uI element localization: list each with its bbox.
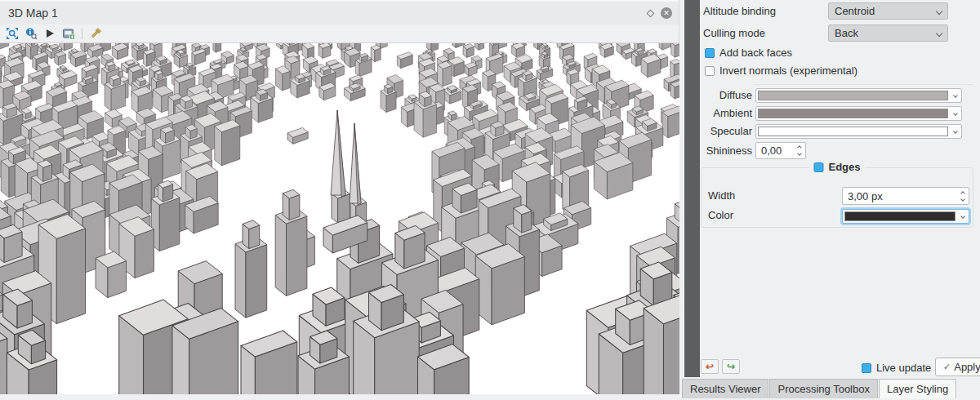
checkbox-icon[interactable] — [705, 48, 715, 58]
checkbox-icon[interactable] — [705, 66, 715, 76]
tab-layer-styling[interactable]: Layer Styling — [879, 379, 956, 398]
edges-color-swatch — [844, 211, 956, 221]
3d-map-title: 3D Map 1 — [8, 7, 58, 20]
identify-icon[interactable] — [23, 25, 39, 42]
tab-results-viewer[interactable]: Results Viewer — [682, 379, 768, 398]
zoom-full-icon[interactable] — [4, 25, 20, 42]
apply-button[interactable]: ✓ Apply — [935, 358, 980, 376]
save-as-image-icon[interactable] — [60, 25, 77, 42]
toolbar-separator — [82, 28, 82, 39]
chevron-down-icon — [953, 111, 958, 116]
configure-wrench-icon[interactable] — [87, 25, 104, 42]
edges-title-label: Edges — [828, 161, 860, 173]
layer-styling-panel: Altitude binding Centroid Culling mode B… — [700, 0, 980, 377]
invert-normals-label: Invert normals (experimental) — [719, 64, 858, 77]
spinner-arrows-icon[interactable] — [798, 143, 801, 158]
edges-color-label: Color — [708, 208, 733, 223]
3d-map-viewport[interactable] — [0, 42, 679, 394]
float-panel-icon[interactable] — [647, 9, 655, 17]
bottom-dock-tabs: Results Viewer Processing Toolbox Layer … — [682, 379, 956, 398]
apply-label: Apply — [954, 361, 980, 373]
qgis-window: 3D Map 1 ✕ — [0, 0, 980, 400]
diffuse-color-swatch — [758, 91, 948, 100]
redo-button[interactable]: ↪ — [722, 359, 740, 374]
close-panel-icon[interactable]: ✕ — [661, 7, 672, 19]
diffuse-label: Diffuse — [700, 88, 752, 103]
chevron-down-icon — [936, 8, 942, 15]
specular-color-swatch — [758, 127, 948, 136]
culling-mode-select[interactable]: Back — [828, 24, 948, 42]
specular-label: Specular — [700, 124, 752, 139]
live-update-label: Live update — [876, 362, 931, 374]
edges-width-label: Width — [708, 189, 735, 203]
section-separator — [754, 84, 973, 85]
chevron-down-icon — [960, 214, 965, 219]
ambient-label: Ambient — [700, 106, 752, 121]
culling-mode-label: Culling mode — [703, 26, 765, 41]
animations-icon[interactable] — [42, 25, 58, 42]
check-icon: ✓ — [943, 362, 951, 372]
city-canvas — [0, 43, 679, 394]
add-back-faces-label: Add back faces — [719, 47, 792, 59]
edges-groupbox: Edges Width 3,00 px Color — [701, 167, 973, 228]
shininess-value: 0,00 — [761, 144, 782, 157]
ambient-color-swatch — [758, 109, 948, 118]
undo-button[interactable]: ↩ — [701, 359, 719, 374]
culling-mode-value: Back — [835, 27, 858, 39]
altitude-binding-value: Centroid — [835, 5, 875, 17]
panel-splitter[interactable] — [684, 0, 700, 377]
altitude-binding-label: Altitude binding — [703, 4, 776, 19]
altitude-binding-select[interactable]: Centroid — [828, 2, 948, 20]
specular-color-button[interactable] — [755, 124, 962, 139]
spinner-arrows-icon[interactable] — [961, 188, 964, 204]
chevron-down-icon — [953, 93, 958, 98]
edges-width-value: 3,00 px — [848, 190, 883, 202]
tab-processing-toolbox[interactable]: Processing Toolbox — [769, 379, 878, 398]
ambient-color-button[interactable] — [755, 106, 962, 121]
3d-map-toolbar — [0, 24, 679, 42]
3d-map-panel: 3D Map 1 ✕ — [0, 0, 679, 394]
3d-map-titlebar: 3D Map 1 ✕ — [0, 0, 679, 24]
diffuse-color-button[interactable] — [755, 88, 962, 103]
shininess-spinbox[interactable]: 0,00 — [755, 142, 806, 159]
chevron-down-icon — [936, 30, 942, 37]
live-update-checkbox[interactable]: Live update — [862, 362, 931, 374]
edges-group-title[interactable]: Edges — [808, 161, 865, 173]
checkbox-icon[interactable] — [862, 363, 871, 373]
shininess-label: Shininess — [700, 144, 752, 158]
edges-width-spinbox[interactable]: 3,00 px — [842, 187, 969, 205]
invert-normals-checkbox[interactable]: Invert normals (experimental) — [705, 64, 858, 77]
edges-color-button[interactable] — [842, 209, 969, 224]
chevron-down-icon — [953, 129, 958, 134]
add-back-faces-checkbox[interactable]: Add back faces — [705, 47, 792, 59]
edges-checkbox-icon[interactable] — [813, 162, 823, 172]
